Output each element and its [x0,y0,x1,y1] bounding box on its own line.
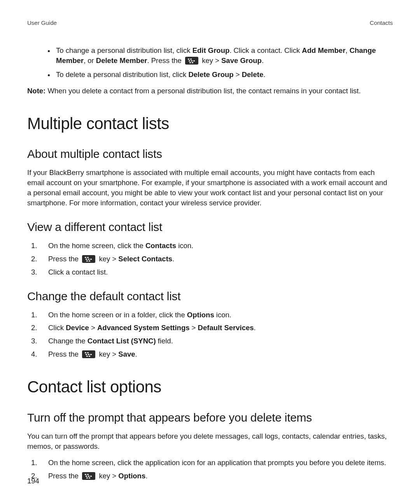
blackberry-key-icon [82,255,95,263]
text: > [234,70,242,79]
page-number: 194 [27,476,39,486]
text: . [172,255,174,263]
list-item: Change the Contact List (SYNC) field. [37,336,393,346]
text: , or [84,56,96,65]
list-item: Click a contact list. [37,267,393,277]
h2-view-different: View a different contact list [27,219,393,235]
list-item: On the home screen or in a folder, click… [37,310,393,320]
text: field. [156,337,173,345]
text: icon. [214,311,231,319]
svg-point-25 [90,476,92,477]
svg-point-17 [88,354,90,355]
svg-point-24 [88,476,90,477]
note-paragraph: Note: When you delete a contact from a p… [27,86,393,96]
bold-text: Select Contacts [118,255,172,263]
about-paragraph: If your BlackBerry smartphone is associa… [27,168,393,208]
turnoff-steps-list: On the home screen, click the applicatio… [27,458,393,481]
svg-point-13 [89,260,91,261]
svg-point-20 [89,356,91,357]
bold-text: Delete [242,70,264,79]
text: . [254,324,256,332]
turnoff-paragraph: You can turn off the prompt that appears… [27,431,393,452]
h1-contact-list-options: Contact list options [27,376,393,399]
text: > [89,324,97,332]
svg-point-9 [86,259,88,260]
svg-point-23 [86,476,88,477]
text: icon. [176,242,193,250]
bold-text: Edit Group [192,46,230,54]
text: Click [48,324,66,332]
list-item: On the home screen, click the Contacts i… [37,241,393,251]
svg-point-10 [88,259,90,260]
text: To change a personal distribution list, … [56,46,192,54]
bold-text: Contact List (SYNC) [88,337,156,345]
svg-point-14 [85,352,87,354]
h1-multiple-contact-lists: Multiple contact lists [27,112,393,135]
svg-point-26 [86,477,88,478]
svg-point-5 [189,62,191,63]
blackberry-key-icon [82,350,95,358]
svg-point-0 [188,58,190,60]
bold-text: Device [66,324,89,332]
text: On the home screen, click the [48,242,145,250]
bold-text: Save Group [221,56,262,65]
bold-text: Contacts [145,242,176,250]
intro-bullet-list: To change a personal distribution list, … [27,46,393,80]
text: key > [97,350,118,358]
text: key > [97,255,118,263]
note-label: Note: [27,87,46,95]
page-header: User Guide Contacts [27,19,393,27]
text: > [189,324,198,332]
list-item: Press the key > Options. [37,471,393,481]
text: key > [97,472,118,480]
svg-point-2 [189,60,191,61]
text: . [135,350,137,358]
svg-point-22 [87,474,89,475]
view-steps-list: On the home screen, click the Contacts i… [27,241,393,277]
svg-point-8 [87,257,89,258]
list-item: Click Device > Advanced System Settings … [37,323,393,333]
blackberry-key-icon [185,57,198,65]
text: Press the [48,350,80,358]
svg-point-21 [85,474,87,475]
text: , [345,46,349,54]
text: . [145,472,147,480]
text: . Press the [147,56,184,65]
text: To delete a personal distribution list, … [56,70,188,79]
list-item: Press the key > Save. [37,349,393,359]
text: Press the [48,255,80,263]
header-left: User Guide [27,19,57,27]
list-item: Press the key > Select Contacts. [37,254,393,264]
list-item: To delete a personal distribution list, … [54,70,393,80]
h2-change-default: Change the default contact list [27,288,393,304]
bold-text: Default Services [198,324,254,332]
bold-text: Advanced System Settings [97,324,190,332]
blackberry-key-icon [82,472,95,480]
bold-text: Options [187,311,214,319]
text: Press the [48,472,80,480]
svg-point-6 [192,62,194,63]
svg-point-11 [90,259,92,260]
svg-point-19 [86,356,88,357]
bold-text: Save [118,350,135,358]
text: . [263,70,265,79]
svg-point-18 [90,354,92,355]
text: Change the [48,337,88,345]
h2-turn-off-prompt: Turn off the prompt that appears before … [27,410,393,426]
svg-point-27 [89,477,91,478]
header-right: Contacts [370,19,393,27]
list-item: To change a personal distribution list, … [54,46,393,66]
text: key > [200,56,221,65]
svg-point-1 [190,58,192,60]
bold-text: Delete Group [188,70,233,79]
list-item: On the home screen, click the applicatio… [37,458,393,468]
bold-text: Options [118,472,145,480]
text: . [262,56,264,65]
svg-point-3 [191,60,193,61]
h2-about-multiple: About multiple contact lists [27,146,393,162]
bold-text: Add Member [302,46,345,54]
svg-point-16 [86,354,88,355]
svg-point-4 [193,60,195,61]
svg-point-12 [86,260,88,261]
text: On the home screen or in a folder, click… [48,311,187,319]
